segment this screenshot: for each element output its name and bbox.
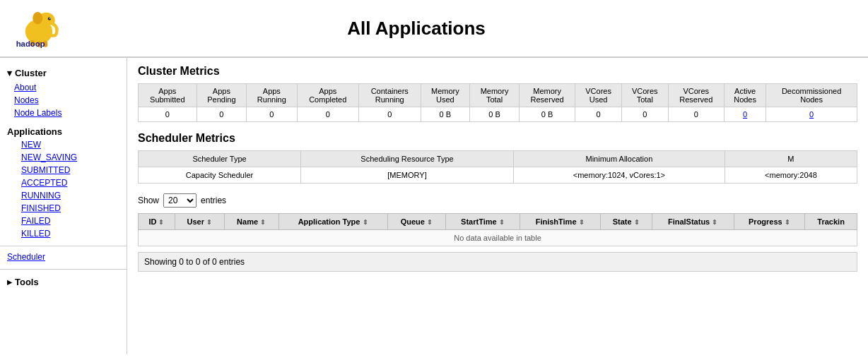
scheduler-metrics-title: Scheduler Metrics	[138, 132, 857, 145]
val-apps-completed: 0	[297, 107, 359, 122]
sort-icon-start: ⇕	[499, 219, 505, 226]
tools-section: Tools	[0, 274, 127, 290]
content-area: Cluster Metrics AppsSubmitted AppsPendin…	[127, 58, 868, 354]
val-containers-running: 0	[359, 107, 421, 122]
cluster-label: Cluster	[15, 68, 47, 78]
val-memory-used: 0 B	[421, 107, 470, 122]
val-memory-total: 0 B	[470, 107, 520, 122]
app-col-progress[interactable]: Progress ⇕	[734, 214, 805, 230]
applications-label: Applications	[0, 125, 127, 138]
sidebar-item-failed[interactable]: FAILED	[0, 215, 127, 227]
sort-icon-queue: ⇕	[427, 219, 433, 226]
val-vcores-used: 0	[575, 107, 622, 122]
sort-icon-finalstatus: ⇕	[712, 219, 717, 226]
sidebar-item-scheduler[interactable]: Scheduler	[0, 251, 127, 263]
logo-area: hadoop	[14, 7, 64, 49]
app-col-type[interactable]: Application Type ⇕	[278, 214, 387, 230]
sidebar-item-about[interactable]: About	[0, 81, 127, 94]
sidebar-item-new-saving[interactable]: NEW_SAVING	[0, 151, 127, 164]
app-col-name[interactable]: Name ⇕	[224, 214, 278, 230]
sched-col-resource-type: Scheduling Resource Type	[301, 151, 514, 167]
col-vcores-reserved: VCoresReserved	[668, 84, 724, 107]
sort-icon-finish: ⇕	[579, 219, 585, 226]
sidebar-divider-2	[0, 269, 127, 270]
header: hadoop All Applications	[0, 0, 868, 58]
val-active-nodes[interactable]: 0	[724, 107, 766, 122]
sched-col-type: Scheduler Type	[139, 151, 301, 167]
cluster-section-header[interactable]: Cluster	[0, 65, 127, 81]
svg-point-3	[48, 17, 51, 20]
sidebar-item-accepted[interactable]: ACCEPTED	[0, 176, 127, 189]
sidebar-item-nodes[interactable]: Nodes	[0, 94, 127, 107]
app-col-queue[interactable]: Queue ⇕	[387, 214, 446, 230]
applications-table: ID ⇕ User ⇕ Name ⇕ Application Type ⇕ Qu…	[138, 213, 857, 246]
val-memory-reserved: 0 B	[519, 107, 575, 122]
app-col-id[interactable]: ID ⇕	[139, 214, 175, 230]
entries-select[interactable]: 10 20 50 100	[163, 193, 197, 208]
sched-val-m: <memory:2048	[725, 167, 857, 184]
sidebar-item-submitted[interactable]: SUBMITTED	[0, 164, 127, 176]
sidebar-item-new[interactable]: NEW	[0, 138, 127, 151]
show-entries-control: Show 10 20 50 100 entries	[138, 193, 857, 208]
hadoop-logo-icon: hadoop	[14, 7, 64, 49]
val-vcores-total: 0	[621, 107, 668, 122]
entries-label: entries	[201, 196, 226, 205]
col-containers-running: ContainersRunning	[359, 84, 421, 107]
tools-section-header[interactable]: Tools	[0, 274, 127, 290]
sched-col-min-alloc: Minimum Allocation	[513, 151, 725, 167]
metrics-header-row: AppsSubmitted AppsPending AppsRunning Ap…	[139, 84, 857, 107]
col-apps-running: AppsRunning	[247, 84, 297, 107]
app-col-finalstatus[interactable]: FinalStatus ⇕	[652, 214, 734, 230]
val-vcores-reserved: 0	[668, 107, 724, 122]
sidebar-item-running[interactable]: RUNNING	[0, 189, 127, 202]
apps-header-row: ID ⇕ User ⇕ Name ⇕ Application Type ⇕ Qu…	[139, 214, 857, 230]
col-decommissioned-nodes: DecommissionedNodes	[766, 84, 857, 107]
app-col-starttime[interactable]: StartTime ⇕	[446, 214, 520, 230]
sched-val-type: Capacity Scheduler	[139, 167, 301, 184]
sidebar-divider	[0, 246, 127, 246]
svg-point-4	[49, 18, 51, 19]
col-vcores-used: VCoresUsed	[575, 84, 622, 107]
col-memory-used: MemoryUsed	[421, 84, 470, 107]
main-layout: Cluster About Nodes Node Labels Applicat…	[0, 58, 868, 354]
sidebar-item-killed[interactable]: KILLED	[0, 227, 127, 240]
sort-icon-name: ⇕	[260, 219, 266, 226]
no-data-message: No data available in table	[139, 230, 857, 246]
cluster-metrics-title: Cluster Metrics	[138, 65, 857, 78]
col-active-nodes: ActiveNodes	[724, 84, 766, 107]
col-vcores-total: VCoresTotal	[621, 84, 668, 107]
sched-val-min-alloc: <memory:1024, vCores:1>	[513, 167, 725, 184]
col-apps-pending: AppsPending	[197, 84, 247, 107]
sort-icon-progress: ⇕	[785, 219, 790, 226]
col-memory-reserved: MemoryReserved	[519, 84, 575, 107]
scheduler-header-row: Scheduler Type Scheduling Resource Type …	[139, 151, 857, 167]
sidebar-item-node-labels[interactable]: Node Labels	[0, 107, 127, 119]
sched-col-m: M	[725, 151, 857, 167]
app-col-finishtime[interactable]: FinishTime ⇕	[520, 214, 600, 230]
page-title: All Applications	[64, 18, 769, 40]
col-memory-total: MemoryTotal	[470, 84, 520, 107]
scheduler-section: Scheduler	[0, 251, 127, 263]
val-decommissioned-nodes[interactable]: 0	[766, 107, 857, 122]
app-col-tracking: Trackin	[805, 214, 857, 230]
scheduler-metrics-table: Scheduler Type Scheduling Resource Type …	[138, 150, 857, 184]
no-data-row: No data available in table	[139, 230, 857, 246]
col-apps-completed: AppsCompleted	[297, 84, 359, 107]
val-apps-running: 0	[247, 107, 297, 122]
show-label: Show	[138, 196, 159, 205]
sort-icon-state: ⇕	[634, 219, 640, 226]
svg-text:hadoop: hadoop	[16, 40, 45, 48]
val-apps-submitted: 0	[139, 107, 197, 122]
sort-icon-id: ⇕	[158, 219, 164, 226]
val-apps-pending: 0	[197, 107, 247, 122]
cluster-section: Cluster About Nodes Node Labels	[0, 65, 127, 119]
cluster-metrics-table: AppsSubmitted AppsPending AppsRunning Ap…	[138, 83, 857, 122]
sidebar-item-finished[interactable]: FINISHED	[0, 202, 127, 215]
metrics-data-row: 0 0 0 0 0 0 B 0 B 0 B 0 0 0 0 0	[139, 107, 857, 122]
sched-val-resource-type: [MEMORY]	[301, 167, 514, 184]
sort-icon-user: ⇕	[206, 219, 212, 226]
app-col-state[interactable]: State ⇕	[600, 214, 652, 230]
sidebar: Cluster About Nodes Node Labels Applicat…	[0, 58, 127, 354]
showing-entries-footer: Showing 0 to 0 of 0 entries	[138, 252, 857, 272]
app-col-user[interactable]: User ⇕	[175, 214, 224, 230]
